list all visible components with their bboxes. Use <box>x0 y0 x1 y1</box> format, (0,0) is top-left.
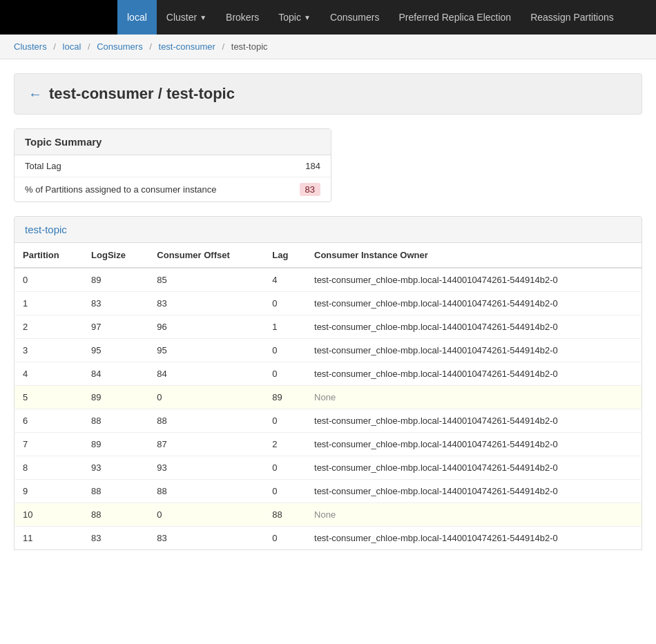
cell-lag: 1 <box>264 315 306 339</box>
cell-lag: 4 <box>264 268 306 292</box>
cell-offset: 96 <box>148 315 264 339</box>
cell-partition: 10 <box>15 503 84 527</box>
topic-section: test-topic Partition LogSize Consumer Of… <box>14 216 642 550</box>
navbar-env-link[interactable]: local <box>117 0 157 35</box>
cell-offset: 95 <box>148 339 264 362</box>
table-row: 988880test-consumer_chloe-mbp.local-1440… <box>15 480 642 503</box>
navbar-item-brokers[interactable]: Brokers <box>216 0 269 35</box>
summary-row-lag: Total Lag 184 <box>15 155 331 177</box>
sep2: / <box>88 41 90 52</box>
cell-owner: test-consumer_chloe-mbp.local-1440010474… <box>306 456 641 480</box>
table-row: 589089None <box>15 386 642 409</box>
navbar: local Cluster ▼ Brokers Topic ▼ Consumer… <box>0 0 656 35</box>
cell-owner: test-consumer_chloe-mbp.local-1440010474… <box>306 268 641 292</box>
cell-owner: test-consumer_chloe-mbp.local-1440010474… <box>306 362 641 386</box>
cell-logsize: 89 <box>83 268 148 292</box>
topic-caret: ▼ <box>304 14 311 21</box>
cell-owner: test-consumer_chloe-mbp.local-1440010474… <box>306 339 641 362</box>
cell-partition: 2 <box>15 315 84 339</box>
cell-partition: 0 <box>15 268 84 292</box>
summary-card: Topic Summary Total Lag 184 % of Partiti… <box>14 128 331 202</box>
navbar-item-cluster[interactable]: Cluster ▼ <box>157 0 216 35</box>
cell-lag: 0 <box>264 527 306 550</box>
cell-lag: 0 <box>264 456 306 480</box>
navbar-items: local Cluster ▼ Brokers Topic ▼ Consumer… <box>117 0 624 35</box>
navbar-item-env[interactable]: local <box>117 0 157 35</box>
table-row: 484840test-consumer_chloe-mbp.local-1440… <box>15 362 642 386</box>
col-offset: Consumer Offset <box>148 243 264 268</box>
cell-logsize: 88 <box>83 409 148 433</box>
cell-logsize: 89 <box>83 433 148 456</box>
navbar-reassign-link[interactable]: Reassign Partitions <box>521 0 624 35</box>
cell-logsize: 83 <box>83 527 148 550</box>
cell-lag: 0 <box>264 409 306 433</box>
breadcrumb-test-consumer[interactable]: test-consumer <box>159 41 215 52</box>
cell-logsize: 88 <box>83 480 148 503</box>
navbar-item-topic[interactable]: Topic ▼ <box>269 0 320 35</box>
table-row: 297961test-consumer_chloe-mbp.local-1440… <box>15 315 642 339</box>
navbar-item-reassign[interactable]: Reassign Partitions <box>521 0 624 35</box>
cell-logsize: 83 <box>83 292 148 315</box>
cell-lag: 2 <box>264 433 306 456</box>
col-partition: Partition <box>15 243 84 268</box>
table-row: 1088088None <box>15 503 642 527</box>
summary-partitions-value: 83 <box>279 177 331 202</box>
cell-offset: 88 <box>148 409 264 433</box>
summary-row-partitions: % of Partitions assigned to a consumer i… <box>15 177 331 202</box>
cell-lag: 0 <box>264 339 306 362</box>
summary-lag-value: 184 <box>279 155 331 177</box>
cell-partition: 7 <box>15 433 84 456</box>
navbar-brand <box>0 0 117 35</box>
breadcrumb-test-topic: test-topic <box>231 41 268 52</box>
cell-logsize: 97 <box>83 315 148 339</box>
summary-table: Total Lag 184 % of Partitions assigned t… <box>15 155 331 202</box>
cell-lag: 89 <box>264 386 306 409</box>
navbar-brokers-link[interactable]: Brokers <box>216 0 269 35</box>
cell-owner: test-consumer_chloe-mbp.local-1440010474… <box>306 433 641 456</box>
back-arrow[interactable]: ← <box>28 86 42 102</box>
cell-partition: 11 <box>15 527 84 550</box>
cell-owner: None <box>306 503 641 527</box>
table-row: 789872test-consumer_chloe-mbp.local-1440… <box>15 433 642 456</box>
summary-partitions-label: % of Partitions assigned to a consumer i… <box>15 177 279 202</box>
cell-partition: 3 <box>15 339 84 362</box>
cell-owner: test-consumer_chloe-mbp.local-1440010474… <box>306 527 641 550</box>
main-content: ← test-consumer / test-topic Topic Summa… <box>0 59 656 571</box>
navbar-cluster-link[interactable]: Cluster ▼ <box>157 0 216 35</box>
cell-owner: None <box>306 386 641 409</box>
table-row: 183830test-consumer_chloe-mbp.local-1440… <box>15 292 642 315</box>
summary-card-header: Topic Summary <box>15 129 331 155</box>
partitions-badge: 83 <box>300 183 320 196</box>
table-row: 1183830test-consumer_chloe-mbp.local-144… <box>15 527 642 550</box>
cell-lag: 0 <box>264 480 306 503</box>
cell-offset: 83 <box>148 527 264 550</box>
cell-logsize: 93 <box>83 456 148 480</box>
cell-partition: 4 <box>15 362 84 386</box>
cell-offset: 0 <box>148 386 264 409</box>
cell-owner: test-consumer_chloe-mbp.local-1440010474… <box>306 292 641 315</box>
page-title: test-consumer / test-topic <box>49 85 235 103</box>
navbar-item-replica[interactable]: Preferred Replica Election <box>389 0 521 35</box>
breadcrumb-clusters[interactable]: Clusters <box>14 41 47 52</box>
table-row: 893930test-consumer_chloe-mbp.local-1440… <box>15 456 642 480</box>
cell-logsize: 84 <box>83 362 148 386</box>
navbar-topic-link[interactable]: Topic ▼ <box>269 0 320 35</box>
table-row: 688880test-consumer_chloe-mbp.local-1440… <box>15 409 642 433</box>
cell-offset: 0 <box>148 503 264 527</box>
navbar-consumers-link[interactable]: Consumers <box>320 0 389 35</box>
breadcrumb: Clusters / local / Consumers / test-cons… <box>0 35 656 59</box>
page-header: ← test-consumer / test-topic <box>14 73 642 115</box>
cell-lag: 0 <box>264 362 306 386</box>
cell-partition: 6 <box>15 409 84 433</box>
sep3: / <box>149 41 152 52</box>
cell-offset: 84 <box>148 362 264 386</box>
cell-logsize: 89 <box>83 386 148 409</box>
breadcrumb-consumers[interactable]: Consumers <box>97 41 142 52</box>
col-owner: Consumer Instance Owner <box>306 243 641 268</box>
cell-logsize: 95 <box>83 339 148 362</box>
cell-offset: 93 <box>148 456 264 480</box>
breadcrumb-local[interactable]: local <box>63 41 81 52</box>
navbar-replica-link[interactable]: Preferred Replica Election <box>389 0 521 35</box>
navbar-item-consumers[interactable]: Consumers <box>320 0 389 35</box>
col-lag: Lag <box>264 243 306 268</box>
